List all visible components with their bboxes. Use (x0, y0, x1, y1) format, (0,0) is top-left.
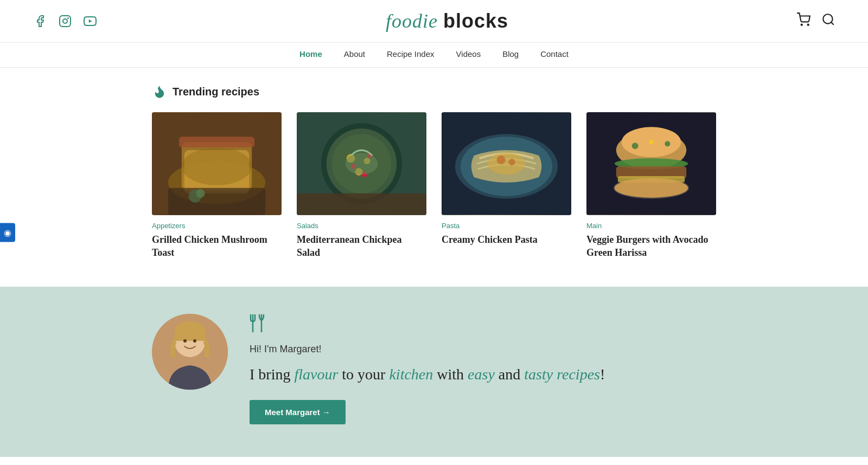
hi-text: Hi! I'm Margaret! (250, 344, 716, 355)
tagline-plain3: with (437, 366, 468, 383)
svg-point-50 (193, 339, 196, 343)
about-section: Hi! I'm Margaret! I bring flavour to you… (0, 287, 868, 457)
svg-rect-14 (168, 188, 265, 215)
recipe-grid: Appetizers Grilled Chicken Mushroom Toas… (152, 112, 716, 260)
tagline-easy: easy (468, 366, 495, 383)
instagram-icon[interactable] (58, 14, 73, 29)
avatar (152, 314, 228, 390)
svg-point-33 (497, 156, 506, 164)
svg-rect-28 (297, 193, 426, 215)
tagline-plain4: and (499, 366, 524, 383)
utensil-icon (250, 314, 716, 336)
svg-point-42 (615, 178, 688, 198)
cart-icon[interactable] (796, 12, 810, 30)
recipe-image-4 (586, 112, 716, 215)
youtube-icon[interactable] (82, 14, 98, 29)
svg-point-13 (182, 147, 252, 185)
tagline-kitchen: kitchen (389, 366, 433, 383)
tagline: I bring flavour to your kitchen with eas… (250, 364, 716, 385)
recipe-card-2[interactable]: Salads Mediterranean Chickpea Salad (297, 112, 426, 260)
tagline-end: ! (600, 366, 605, 383)
svg-point-16 (196, 189, 205, 198)
sidebar-icon: ◉ (4, 228, 11, 238)
recipe-image-3 (442, 112, 571, 215)
nav-videos[interactable]: Videos (456, 49, 481, 59)
recipe-category-2: Salads (297, 222, 426, 230)
trending-header: Trending recipes (152, 84, 716, 99)
nav-recipe-index[interactable]: Recipe Index (387, 49, 435, 59)
search-icon[interactable] (821, 12, 835, 30)
logo[interactable]: foodie blocks (386, 10, 508, 33)
svg-point-27 (346, 153, 378, 175)
about-content: Hi! I'm Margaret! I bring flavour to you… (250, 314, 716, 424)
svg-point-2 (67, 17, 69, 19)
svg-rect-12 (179, 137, 254, 147)
recipe-name-1: Grilled Chicken Mushroom Toast (152, 233, 282, 260)
nav-home[interactable]: Home (299, 49, 322, 59)
sidebar-widget[interactable]: ◉ (0, 223, 15, 242)
flame-icon (152, 84, 167, 99)
recipe-category-3: Pasta (442, 222, 571, 230)
svg-point-43 (632, 143, 639, 149)
svg-point-1 (63, 19, 67, 23)
svg-point-6 (823, 14, 832, 23)
tagline-plain1: I bring (250, 366, 290, 383)
recipe-card-4[interactable]: Main Veggie Burgers with Avocado Green H… (586, 112, 716, 260)
social-links (33, 14, 98, 29)
main-content: Trending recipes Appetizers Grilled C (0, 68, 868, 287)
svg-point-44 (665, 141, 670, 146)
trending-title: Trending recipes (173, 86, 259, 98)
svg-point-45 (649, 140, 654, 144)
header-actions (796, 12, 835, 30)
main-nav: Home About Recipe Index Videos Blog Cont… (0, 42, 868, 68)
facebook-icon[interactable] (33, 14, 48, 29)
nav-blog[interactable]: Blog (502, 49, 519, 59)
svg-line-7 (831, 22, 834, 25)
nav-about[interactable]: About (344, 49, 365, 59)
logo-foodie: foodie (386, 10, 438, 32)
svg-point-5 (808, 24, 809, 25)
tagline-plain2: to your (342, 366, 389, 383)
svg-point-32 (488, 153, 526, 175)
recipe-name-2: Mediterranean Chickpea Salad (297, 233, 426, 260)
recipe-category-1: Appetizers (152, 222, 282, 230)
svg-rect-0 (60, 16, 71, 27)
recipe-image-2 (297, 112, 426, 215)
svg-point-49 (183, 339, 187, 343)
recipe-image-1 (152, 112, 282, 215)
recipe-card-1[interactable]: Appetizers Grilled Chicken Mushroom Toas… (152, 112, 282, 260)
meet-margaret-button[interactable]: Meet Margaret → (250, 400, 346, 424)
recipe-card-3[interactable]: Pasta Creamy Chicken Pasta (442, 112, 571, 260)
header: foodie blocks (0, 0, 868, 42)
recipe-name-3: Creamy Chicken Pasta (442, 233, 571, 246)
tagline-tasty: tasty recipes (524, 366, 600, 383)
tagline-flavour: flavour (294, 366, 338, 383)
recipe-category-4: Main (586, 222, 716, 230)
svg-marker-3 (89, 20, 92, 23)
logo-blocks: blocks (443, 10, 508, 32)
avatar-container (152, 314, 228, 390)
svg-point-4 (801, 24, 802, 25)
nav-contact[interactable]: Contact (540, 49, 569, 59)
svg-point-34 (508, 159, 515, 165)
recipe-name-4: Veggie Burgers with Avocado Green Hariss… (586, 233, 716, 260)
